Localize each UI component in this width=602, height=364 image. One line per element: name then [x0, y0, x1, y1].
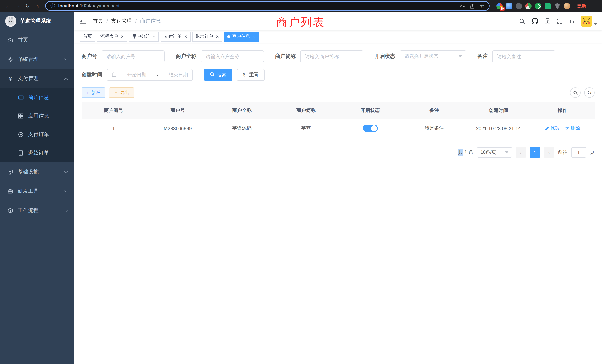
toggle-search-button[interactable]: [570, 87, 580, 98]
sidebar-item-home[interactable]: 首页: [0, 30, 74, 50]
github-icon[interactable]: [532, 18, 538, 24]
password-key-icon[interactable]: [460, 3, 465, 9]
tab-process-form[interactable]: 流程表单×: [97, 32, 127, 41]
breadcrumb-home[interactable]: 首页: [93, 18, 103, 24]
filter-merchant-name: 商户全称: [176, 50, 264, 62]
sidebar-item-pay-order[interactable]: 支付订单: [0, 125, 74, 144]
merchant-no-input[interactable]: [102, 50, 165, 62]
status-toggle[interactable]: [363, 125, 377, 132]
close-icon[interactable]: ×: [121, 34, 124, 39]
sidebar-item-dev-tools[interactable]: 研发工具: [0, 182, 74, 201]
address-bar[interactable]: ⓘ localhost:1024/pay/merchant ☆: [45, 1, 490, 11]
close-icon[interactable]: ×: [253, 34, 255, 39]
total-prefix: 共: [458, 149, 463, 156]
extension-icon-4[interactable]: [525, 3, 532, 9]
sidebar-item-label: 工作流程: [18, 207, 39, 214]
merchant-name-input[interactable]: [201, 50, 264, 62]
edit-link[interactable]: 修改: [545, 125, 560, 132]
page: ← → ↻ ⌂ ⓘ localhost:1024/pay/merchant ☆ …: [0, 0, 602, 364]
column-header: 商户简称: [274, 102, 338, 119]
filter-row-2: 创建时间 开始日期 - 结束日期 搜索 ↻ 重置: [82, 69, 595, 81]
active-dot: [227, 35, 230, 38]
sidebar-item-infrastructure[interactable]: 基础设施: [0, 162, 74, 182]
sidebar-item-workflow[interactable]: 工作流程: [0, 201, 74, 220]
tab-user-group[interactable]: 用户分组×: [129, 32, 159, 41]
close-icon[interactable]: ×: [184, 34, 187, 39]
search-icon[interactable]: [519, 18, 526, 24]
home-icon[interactable]: ⌂: [33, 1, 42, 10]
breadcrumb-separator: /: [135, 18, 137, 24]
search-button[interactable]: 搜索: [204, 69, 232, 81]
cell-merchant-short: 芋艿: [274, 119, 338, 138]
reload-icon[interactable]: ↻: [23, 1, 32, 10]
delete-link[interactable]: 删除: [565, 125, 580, 132]
refresh-icon: ↻: [587, 90, 591, 95]
sidebar-item-label: 首页: [18, 37, 28, 43]
hamburger-icon[interactable]: [74, 18, 93, 24]
field-label: 商户简称: [275, 53, 296, 60]
page-content: 商户号 商户全称 商户简称 开启状态 请选择开启状态: [74, 43, 602, 364]
merchant-short-input[interactable]: [300, 50, 363, 62]
sidebar-item-merchant-info[interactable]: 商户信息: [0, 88, 74, 107]
site-info-icon[interactable]: ⓘ: [50, 3, 55, 9]
sidebar-item-label: 基础设施: [18, 169, 39, 175]
sidebar-item-payment[interactable]: ¥ 支付管理: [0, 69, 74, 88]
help-icon[interactable]: ?: [545, 18, 551, 24]
tab-refund-order[interactable]: 退款订单×: [192, 32, 222, 41]
sidebar-item-system[interactable]: 系统管理: [0, 50, 74, 69]
reset-button[interactable]: ↻ 重置: [237, 69, 265, 81]
close-icon[interactable]: ×: [152, 34, 155, 39]
tab-pay-order[interactable]: 支付订单×: [161, 32, 190, 41]
back-icon[interactable]: ←: [4, 1, 13, 10]
pagination: 共 1 条 10条/页 ‹ 1 › 前往 页: [82, 147, 595, 158]
tab-home[interactable]: 首页: [80, 32, 95, 41]
cell-status: [338, 119, 402, 138]
date-range-picker[interactable]: 开始日期 - 结束日期: [107, 69, 193, 81]
page-number-button[interactable]: 1: [530, 147, 540, 158]
goto-page-input[interactable]: [571, 147, 586, 158]
prev-page-button[interactable]: ‹: [516, 147, 526, 158]
remark-input[interactable]: [492, 50, 555, 62]
top-navbar: 首页 / 支付管理 / 商户信息 商户列表 ? TT: [74, 12, 602, 30]
export-button[interactable]: 导出: [109, 87, 134, 98]
breadcrumb-payment[interactable]: 支付管理: [111, 18, 132, 24]
page-size-select[interactable]: 10条/页: [477, 147, 512, 158]
sidebar-logo[interactable]: 芋道管理系统: [0, 12, 74, 30]
share-icon[interactable]: [470, 3, 475, 9]
filter-status: 开启状态 请选择开启状态: [374, 50, 466, 62]
tab-merchant-info[interactable]: 商户信息×: [224, 32, 259, 41]
column-header: 备注: [402, 102, 466, 119]
fullscreen-icon[interactable]: [557, 18, 563, 24]
browser-menu-icon[interactable]: ⋮: [590, 3, 598, 9]
user-avatar[interactable]: [581, 16, 597, 27]
extension-icon-5[interactable]: [535, 3, 541, 9]
bookmark-star-icon[interactable]: ☆: [480, 3, 484, 9]
refresh-button[interactable]: ↻: [584, 87, 595, 98]
toolbar-right: ↻: [570, 87, 595, 98]
extension-icon-2[interactable]: [506, 3, 512, 9]
browser-update-button[interactable]: 更新: [574, 3, 589, 9]
extension-icon-1[interactable]: 10: [496, 3, 503, 9]
close-icon[interactable]: ×: [216, 34, 219, 39]
pencil-icon: [545, 126, 549, 130]
yen-icon: ¥: [7, 76, 13, 82]
cell-merchant-name: 芋道源码: [210, 119, 274, 138]
font-size-icon[interactable]: TT: [569, 18, 575, 24]
extensions-pin-icon[interactable]: [554, 3, 560, 9]
target-icon: [18, 132, 24, 138]
tab-label: 商户信息: [232, 33, 250, 40]
next-page-button[interactable]: ›: [544, 147, 554, 158]
sidebar-item-refund-order[interactable]: 退款订单: [0, 144, 74, 162]
extension-icon-6[interactable]: [545, 3, 551, 9]
sidebar-item-app-info[interactable]: 应用信息: [0, 107, 74, 125]
forward-icon[interactable]: →: [13, 1, 22, 10]
add-button[interactable]: + 新增: [82, 87, 105, 98]
page-size-label: 10条/页: [480, 149, 496, 156]
status-select[interactable]: 请选择开启状态: [400, 50, 466, 62]
sidebar-item-label: 系统管理: [18, 56, 39, 63]
sidebar: 芋道管理系统 首页 系统管理 ¥ 支付管理 商户信息: [0, 12, 74, 364]
profile-avatar-icon[interactable]: [564, 3, 570, 9]
extension-icon-3[interactable]: [516, 3, 522, 9]
sidebar-item-label: 支付管理: [18, 75, 39, 82]
navbar-actions: ? TT: [519, 16, 602, 27]
